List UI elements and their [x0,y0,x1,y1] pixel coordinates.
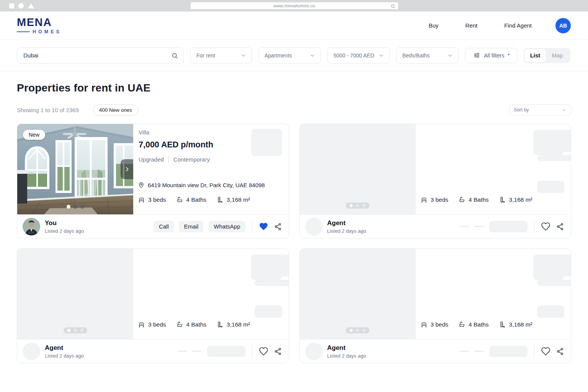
location-search[interactable] [17,47,184,64]
property-type-label: Villa [139,129,149,136]
area-feature: 3,168 m² [216,321,250,328]
share-button[interactable] [556,222,564,231]
nav-find-agent[interactable]: Find Agent [504,22,532,29]
card-actions [177,345,282,358]
user-avatar[interactable]: AB [555,18,571,33]
favorite-button[interactable] [541,346,550,356]
carousel-dot[interactable] [356,204,359,207]
nav-buy[interactable]: Buy [429,22,439,29]
baths-feature: 4 Baths [176,321,207,328]
call-button[interactable]: Call [154,221,174,232]
agent-name: You [45,219,84,227]
property-card-loading[interactable]: 3 beds 4 Baths 3,168 m² Agent Listed 2 [299,248,572,363]
carousel-dot-active[interactable] [350,329,353,332]
carousel-dot-active[interactable] [67,329,70,332]
page-title: Properties for rent in UAE [17,82,571,94]
action-placeholder-dash [474,226,484,227]
agent-avatar-placeholder [305,343,323,360]
heart-outline-icon [541,346,550,356]
carousel-dot-active[interactable] [350,204,353,207]
whatsapp-button[interactable]: WhatsApp [209,221,245,232]
location-search-input[interactable] [17,48,183,63]
tag-divider [168,156,169,163]
beds-feature: 3 beds [138,196,166,203]
baths-feature: 4 Baths [458,196,489,203]
property-card-loading[interactable]: 3 beds 4 Baths 3,168 m² Agent Listed 2 [299,124,572,238]
beds-feature: 3 beds [420,321,449,328]
card-footer: You Listed 2 days ago Call Email WhatsAp… [17,214,289,238]
property-type-dropdown[interactable]: Apartments [258,47,321,64]
property-photo-placeholder [17,249,133,339]
heart-outline-icon [259,346,268,356]
agent-name: Agent [327,344,366,352]
view-toggle-list[interactable]: List [525,49,546,62]
card-actions: Call Email WhatsApp [154,220,282,234]
view-toggle-map[interactable]: Map [546,49,569,62]
favorite-button-active[interactable] [259,222,268,231]
favorite-button[interactable] [259,346,268,356]
share-button[interactable] [274,347,282,356]
area-feature: 3,168 m² [499,321,532,328]
carousel-dot[interactable] [80,205,84,209]
agent-name: Agent [45,344,84,352]
address-bar[interactable]: www.menahomes.us [191,2,398,9]
carousel-dots[interactable] [67,205,84,209]
sort-by-dropdown[interactable]: Sort by [509,104,571,116]
carousel-dot[interactable] [363,204,366,207]
mena-homes-logo[interactable]: MENA HOMES [17,17,62,34]
share-button[interactable] [556,347,564,356]
url-search-icon[interactable] [390,3,395,10]
caret-up-icon: ▴ [508,52,510,56]
bed-icon [420,321,428,328]
heart-filled-icon [259,222,268,231]
circle-icon [18,3,24,8]
search-icon [171,52,178,61]
property-address: 6419 Mountain view Dr, Park City, UAE 84… [148,182,265,188]
property-card-loading[interactable]: 3 beds 4 Baths 3,168 m² Agent Listed 2 [17,248,289,363]
bath-icon [458,196,466,203]
carousel-dot[interactable] [74,329,77,332]
bath-icon [176,196,183,203]
carousel-dot[interactable] [363,329,366,332]
new-ones-button[interactable]: 400 New ones [93,105,138,116]
carousel-next-button[interactable] [121,159,133,179]
favorite-button[interactable] [541,222,550,231]
listed-date: Listed 2 days ago [45,353,84,359]
property-photo[interactable]: New [17,124,133,214]
email-button[interactable]: Email [179,221,204,232]
property-tags: Upgraded Contemporary [139,156,210,163]
carousel-dots[interactable] [64,327,87,333]
action-placeholder-dash [459,351,469,352]
action-placeholder-dash [459,226,469,227]
carousel-dot-active[interactable] [67,205,70,209]
share-button[interactable] [274,222,282,231]
agent-avatar-placeholder [305,218,323,235]
property-photo-placeholder [300,249,416,339]
main-content: Properties for rent in UAE Showing 1 to … [0,71,588,363]
tag-contemporary: Contemporary [173,156,210,163]
property-features: 3 beds 4 Baths 3,168 m² [420,196,532,203]
property-features: 3 beds 4 Baths 3,168 m² [420,321,532,328]
ruler-icon [216,321,224,328]
carousel-dot[interactable] [356,329,359,332]
nav-rent[interactable]: Rent [466,22,478,29]
carousel-dot[interactable] [80,329,83,332]
carousel-dots[interactable] [346,327,369,333]
property-card-featured[interactable]: New Villa 7,000 AED p/month Upgraded [17,124,289,238]
rent-type-dropdown[interactable]: For rent [190,47,252,64]
all-filters-button[interactable]: All filters ▴ [465,48,518,63]
baths-feature: 4 Baths [458,321,489,328]
agent-avatar-photo[interactable] [23,218,40,235]
ruler-icon [499,196,506,203]
actions-divider [534,220,534,234]
chevron-down-icon [447,52,453,59]
carousel-dot[interactable] [74,205,77,209]
price-range-dropdown[interactable]: 5000 - 7000 AED [327,47,390,64]
action-placeholder-button [489,346,528,357]
view-toggle: List Map [524,48,570,63]
bath-icon [458,321,466,328]
area-feature: 3,168 m² [216,196,250,203]
beds-baths-dropdown[interactable]: Beds/Baths [396,47,459,64]
carousel-dots[interactable] [346,203,369,209]
property-features: 3 beds 4 Baths 3,168 m² [138,321,250,328]
